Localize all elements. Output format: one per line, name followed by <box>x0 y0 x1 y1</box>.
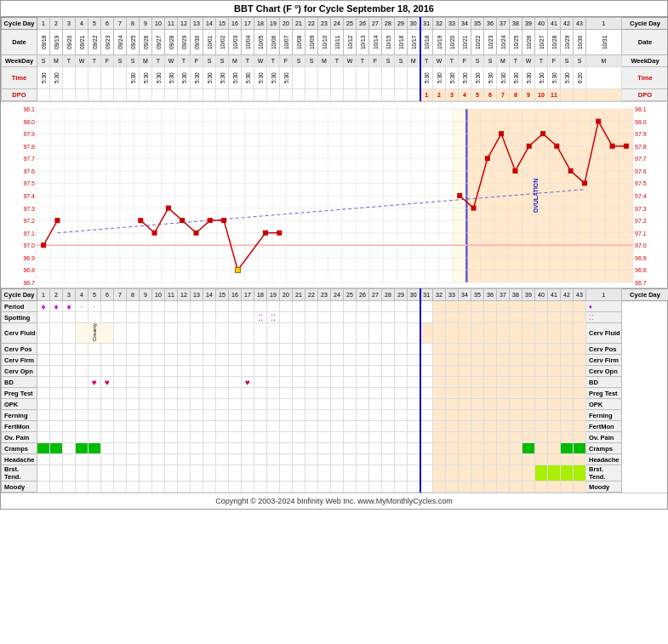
row-headache: HeadacheHeadache <box>2 454 669 465</box>
svg-rect-123 <box>194 231 198 235</box>
svg-rect-139 <box>597 119 601 123</box>
svg-rect-137 <box>568 168 573 173</box>
row-brstTend: Brst. Tend.Brst. Tend. <box>2 465 669 482</box>
row-pregTest: Preg TestPreg Test <box>2 388 669 399</box>
bbt-chart: BBT Chart (F °) for Cycle September 18, … <box>0 0 668 510</box>
svg-rect-125 <box>222 219 226 223</box>
svg-rect-129 <box>458 194 462 198</box>
svg-rect-117 <box>42 243 46 248</box>
svg-text:96.9: 96.9 <box>23 255 35 261</box>
row-bd: BD♥♥♥BD <box>2 377 669 388</box>
svg-rect-118 <box>55 219 60 223</box>
svg-rect-136 <box>555 144 559 148</box>
svg-text:96.7: 96.7 <box>23 280 35 286</box>
row-moody: MoodyMoody <box>2 482 669 493</box>
svg-text:97.4: 97.4 <box>23 193 35 199</box>
svg-rect-138 <box>582 181 586 185</box>
row-opk: OPKOPK <box>2 399 669 410</box>
svg-text:98.1: 98.1 <box>635 106 647 112</box>
svg-rect-141 <box>624 144 628 148</box>
row-ovPain: Ov. PainOv. Pain <box>2 432 669 443</box>
svg-rect-121 <box>166 206 170 210</box>
svg-rect-131 <box>485 157 489 161</box>
row-ferning: FerningFerning <box>2 410 669 421</box>
svg-text:97.4: 97.4 <box>635 193 647 199</box>
svg-text:97.2: 97.2 <box>23 218 35 224</box>
row-cervPos: Cerv PosCerv Pos <box>2 344 669 355</box>
svg-text:97.2: 97.2 <box>635 218 647 224</box>
svg-text:97.5: 97.5 <box>23 180 35 186</box>
svg-rect-135 <box>541 132 545 136</box>
svg-rect-133 <box>513 168 517 173</box>
svg-text:97.3: 97.3 <box>23 206 35 212</box>
row-cervFirm: Cerv FirmCerv Firm <box>2 355 669 366</box>
svg-text:98.0: 98.0 <box>23 119 35 125</box>
copyright: Copyright © 2003-2024 bInfinity Web Inc.… <box>1 493 667 509</box>
row-spotting: Spotting⁚⁚⁚⁚⁚⁚ <box>2 312 669 323</box>
temp-chart-area: OVULATION98.198.198.098.097.997.997.897.… <box>1 101 668 288</box>
svg-text:97.7: 97.7 <box>23 156 35 162</box>
svg-rect-132 <box>500 132 504 136</box>
svg-text:98.1: 98.1 <box>23 106 35 112</box>
svg-text:97.5: 97.5 <box>635 180 647 186</box>
svg-text:97.1: 97.1 <box>635 231 647 237</box>
svg-text:97.0: 97.0 <box>635 242 647 248</box>
svg-text:96.8: 96.8 <box>23 267 35 273</box>
svg-rect-120 <box>152 231 157 235</box>
svg-rect-119 <box>139 219 143 223</box>
svg-rect-128 <box>277 231 282 235</box>
svg-rect-124 <box>208 219 212 223</box>
svg-text:97.0: 97.0 <box>23 242 35 248</box>
svg-rect-127 <box>263 231 267 235</box>
row-period: Period♦♦♦··♦ <box>2 301 669 312</box>
svg-text:97.6: 97.6 <box>23 168 35 174</box>
row-fertMon: FertMonFertMon <box>2 421 669 432</box>
svg-text:97.8: 97.8 <box>23 144 35 150</box>
svg-rect-142 <box>235 267 240 272</box>
svg-text:97.6: 97.6 <box>635 168 647 174</box>
svg-text:97.7: 97.7 <box>635 156 647 162</box>
svg-text:96.8: 96.8 <box>635 267 647 273</box>
svg-text:96.9: 96.9 <box>635 255 647 261</box>
svg-rect-140 <box>610 144 614 148</box>
row-cervFluid: Cerv FluidCreamyCerv Fluid <box>2 323 669 344</box>
svg-text:97.3: 97.3 <box>635 206 647 212</box>
svg-text:97.8: 97.8 <box>635 144 647 150</box>
svg-text:97.1: 97.1 <box>23 231 35 237</box>
row-cramps: CrampsCramps <box>2 443 669 454</box>
svg-rect-134 <box>527 144 531 148</box>
row-cervOpn: Cerv OpnCerv Opn <box>2 366 669 377</box>
chart-title: BBT Chart (F °) for Cycle September 18, … <box>1 1 667 17</box>
svg-rect-130 <box>471 206 476 210</box>
svg-rect-122 <box>180 219 185 223</box>
bottom-table: Cycle Day1234567891011121314151617181920… <box>1 288 667 493</box>
svg-text:98.0: 98.0 <box>635 119 647 125</box>
svg-text:97.9: 97.9 <box>23 131 35 137</box>
svg-text:96.7: 96.7 <box>635 280 647 286</box>
svg-text:97.9: 97.9 <box>635 131 647 137</box>
